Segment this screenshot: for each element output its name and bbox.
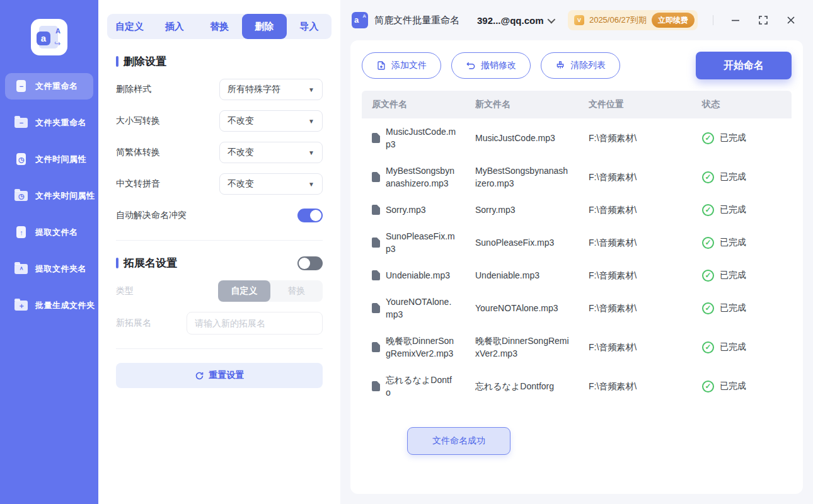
sidebar-item-batch-create-folders[interactable]: ＋ 批量生成文件夹 (5, 292, 93, 319)
titlebar: a A 简鹿文件批量重命名 392...@qq.com V 2025/06/27… (340, 0, 813, 40)
minimize-button[interactable] (725, 9, 746, 31)
extension-settings-title: 拓展名设置 (116, 256, 323, 270)
undo-button[interactable]: 撤销修改 (451, 52, 531, 79)
undo-icon (466, 60, 476, 71)
workspace: a A 简鹿文件批量重命名 392...@qq.com V 2025/06/27… (340, 0, 813, 504)
close-button[interactable] (780, 9, 802, 31)
sidebar-item-label: 文件重命名 (35, 81, 78, 92)
settings-panel: 自定义 插入 替换 删除 导入 删除设置 删除样式 所有特殊字符 ▼ 大小写转换… (98, 0, 340, 504)
maximize-button[interactable] (752, 9, 774, 31)
folder-up-icon: ＾ (14, 262, 29, 276)
case-convert-row: 大小写转换 不改变 ▼ (116, 110, 323, 132)
file-icon: − (14, 79, 29, 93)
folder-clock-icon: ◷ (14, 189, 29, 203)
table-row[interactable]: SunoPleaseFix.mp3 SunoPleaseFix.mp3 F:\音… (362, 223, 792, 262)
check-icon: ✓ (702, 302, 714, 314)
brush-icon (555, 60, 565, 71)
logo-a-icon: a (37, 32, 50, 45)
app-title: 简鹿文件批量重命名 (374, 14, 459, 26)
license-badge: V 2025/06/27到期 立即续费 (568, 10, 698, 30)
table-row[interactable]: YoureNOTAlone.mp3 YoureNOTAlone.mp3 F:\音… (362, 289, 792, 328)
simplified-traditional-row: 简繁体转换 不改变 ▼ (116, 142, 323, 163)
file-icon (372, 270, 380, 280)
sidebar-item-folder-time[interactable]: ◷ 文件夹时间属性 (5, 183, 93, 209)
license-expiry: 2025/06/27到期 (589, 14, 647, 26)
check-icon: ✓ (702, 270, 714, 282)
simplified-traditional-select[interactable]: 不改变 ▼ (219, 142, 323, 163)
table-row[interactable]: MusicJustCode.mp3 MusicJustCode.mp3 F:\音… (362, 118, 792, 158)
reset-settings-button[interactable]: 重置设置 (116, 363, 323, 388)
logo-arrow-icon: ↩ (54, 39, 61, 48)
tab-custom[interactable]: 自定义 (107, 14, 152, 39)
new-extension-input[interactable] (187, 312, 323, 335)
sidebar-item-label: 文件夹重命名 (35, 117, 86, 129)
section-accent-bar (116, 56, 118, 67)
start-rename-button[interactable]: 开始命名 (696, 52, 792, 79)
table-row[interactable]: Undeniable.mp3 Undeniable.mp3 F:\音频素材\ ✓… (362, 262, 792, 289)
sidebar: a A ↩ − 文件重命名 − 文件夹重命名 ◷ 文件时间属性 ◷ 文件夹时间属… (0, 0, 98, 504)
divider (713, 15, 713, 25)
renew-button[interactable]: 立即续费 (652, 13, 695, 28)
section-accent-bar (116, 258, 118, 268)
table-header: 原文件名 新文件名 文件位置 状态 (362, 91, 792, 118)
extension-type-segmented: 自定义 替换 (218, 280, 323, 302)
chevron-down-icon: ▼ (308, 86, 314, 93)
table-row[interactable]: Sorry.mp3 Sorry.mp3 F:\音频素材\ ✓已完成 (362, 197, 792, 223)
extension-toggle[interactable] (297, 256, 323, 270)
sidebar-item-extract-foldername[interactable]: ＾ 提取文件夹名 (5, 256, 93, 282)
logo-A-icon: A (55, 27, 61, 35)
check-icon: ✓ (702, 204, 714, 216)
file-icon (372, 205, 380, 215)
account-menu[interactable]: 392...@qq.com (477, 15, 553, 26)
sidebar-item-label: 提取文件夹名 (35, 263, 86, 275)
status-badge: 已完成 (720, 302, 746, 314)
toolbar: 添加文件 撤销修改 清除列表 开始命名 (362, 52, 792, 79)
table-row[interactable]: 晚餐歌DinnerSongRemixVer2.mp3 晚餐歌DinnerSong… (362, 328, 792, 367)
sidebar-item-label: 文件夹时间属性 (35, 190, 95, 202)
pinyin-row: 中文转拼音 不改变 ▼ (116, 173, 323, 195)
table-row[interactable]: MyBestSongsbynanashizero.mp3 MyBestSongs… (362, 158, 792, 197)
sidebar-nav: − 文件重命名 − 文件夹重命名 ◷ 文件时间属性 ◷ 文件夹时间属性 ↑ 提取… (0, 73, 98, 329)
add-files-button[interactable]: 添加文件 (362, 52, 441, 79)
vip-icon: V (574, 15, 584, 25)
sidebar-item-file-rename[interactable]: − 文件重命名 (5, 73, 93, 100)
sidebar-item-label: 提取文件名 (35, 227, 78, 238)
case-convert-select[interactable]: 不改变 ▼ (219, 110, 323, 132)
tab-insert[interactable]: 插入 (152, 14, 197, 39)
file-icon (372, 172, 380, 182)
sidebar-item-folder-rename[interactable]: − 文件夹重命名 (5, 110, 93, 136)
sidebar-item-extract-filename[interactable]: ↑ 提取文件名 (5, 219, 93, 246)
file-icon (372, 238, 380, 248)
status-badge: 已完成 (720, 237, 746, 248)
success-toast: 文件命名成功 (407, 427, 510, 455)
folder-plus-icon: ＋ (14, 299, 29, 312)
segment-custom[interactable]: 自定义 (218, 280, 270, 302)
chevron-down-icon (547, 15, 555, 23)
segment-replace[interactable]: 替换 (270, 280, 323, 302)
status-badge: 已完成 (720, 381, 746, 392)
folder-icon: − (14, 116, 29, 130)
pinyin-select[interactable]: 不改变 ▼ (219, 173, 323, 195)
close-icon (787, 16, 795, 25)
sidebar-item-label: 文件时间属性 (35, 154, 86, 165)
delete-style-row: 删除样式 所有特殊字符 ▼ (116, 79, 323, 100)
file-list-card: 添加文件 撤销修改 清除列表 开始命名 原文件名 新文件名 文件位置 状态 Mu… (350, 40, 803, 494)
table-row[interactable]: 忘れるなよDontfo 忘れるなよDontforg F:\音频素材\ ✓已完成 (362, 367, 792, 406)
tab-replace[interactable]: 替换 (197, 14, 241, 39)
refresh-icon (195, 371, 204, 381)
chevron-down-icon: ▼ (308, 181, 314, 188)
sidebar-item-file-time[interactable]: ◷ 文件时间属性 (5, 146, 93, 173)
divider (116, 348, 323, 349)
status-badge: 已完成 (720, 204, 746, 215)
maximize-icon (759, 16, 768, 25)
delete-settings-title: 删除设置 (116, 54, 323, 69)
tab-import[interactable]: 导入 (287, 14, 332, 39)
file-icon (372, 133, 380, 143)
conflict-toggle[interactable] (297, 209, 323, 222)
tab-delete[interactable]: 删除 (242, 14, 287, 39)
file-icon (372, 303, 380, 313)
delete-style-select[interactable]: 所有特殊字符 ▼ (219, 79, 323, 100)
add-file-icon (376, 60, 386, 71)
clear-list-button[interactable]: 清除列表 (541, 52, 620, 79)
status-badge: 已完成 (720, 171, 746, 183)
